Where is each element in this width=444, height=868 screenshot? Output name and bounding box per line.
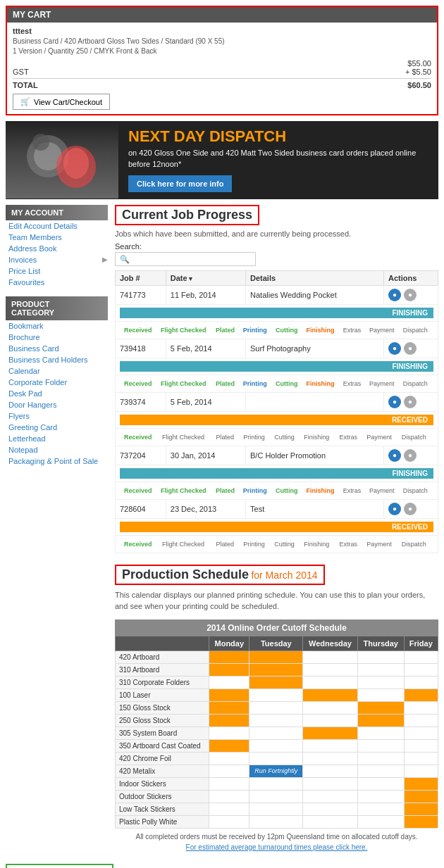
sidebar-item-letterhead[interactable]: Letterhead: [6, 433, 108, 444]
schedule-cell-empty: [357, 777, 404, 790]
schedule-cell-empty: [249, 752, 303, 765]
job-view-icon[interactable]: ●: [388, 503, 401, 515]
progress-item: Payment: [366, 326, 399, 334]
cart-gst-label: GST: [13, 68, 29, 76]
sidebar-item-business-card-holders[interactable]: Business Card Holders: [6, 354, 108, 365]
job-view-icon[interactable]: ●: [388, 342, 401, 355]
sidebar-item-calendar[interactable]: Calendar: [6, 365, 108, 377]
progress-item: Plated: [214, 433, 240, 441]
progress-item: Cutting: [273, 379, 302, 388]
progress-item: Printing: [240, 433, 270, 441]
schedule-cell-orange: [404, 790, 438, 803]
schedule-cell-orange: [209, 650, 249, 663]
progress-item: Finishing: [303, 379, 338, 388]
sidebar-item-favourites[interactable]: Favourites: [6, 277, 108, 288]
view-cart-button[interactable]: 🛒 View Cart/Checkout: [13, 94, 110, 110]
progress-item: Payment: [366, 379, 399, 388]
job-actions: ● ●: [383, 446, 438, 465]
schedule-note: All completed orders must be received by…: [115, 831, 438, 853]
progress-item: Printing: [240, 486, 271, 495]
schedule-row-label: 305 System Board: [116, 727, 209, 739]
sidebar-item-business-card[interactable]: Business Card: [6, 343, 108, 354]
job-id: 728604: [116, 499, 166, 518]
job-status-banner-row: FINISHING: [116, 304, 438, 321]
progress-item: Received: [121, 379, 156, 388]
cart-item-name: tttest: [13, 27, 431, 35]
schedule-cell-empty: [404, 727, 438, 739]
sidebar-item-bookmark[interactable]: Bookmark: [6, 320, 108, 332]
progress-item: Printing: [240, 379, 271, 388]
cart-total-row: TOTAL $60.50: [13, 78, 431, 89]
main-content: Current Job Progress Jobs which have bee…: [115, 205, 438, 853]
svg-point-4: [32, 134, 49, 151]
production-schedule-subtitle: for March 2014: [251, 570, 317, 581]
schedule-cell-empty: [404, 676, 438, 688]
sidebar-item-price-list[interactable]: Price List: [6, 265, 108, 277]
sidebar-item-desk-pad[interactable]: Desk Pad: [6, 388, 108, 399]
schedule-cell-empty: [357, 765, 404, 777]
job-more-icon[interactable]: ●: [404, 503, 417, 515]
job-progress-bar: ReceivedFlight CheckedPlatedPrintingCutt…: [116, 482, 438, 499]
schedule-cell-empty: [303, 803, 358, 815]
sidebar-item-invoices[interactable]: Invoices: [6, 254, 39, 265]
schedule-row: 100 Laser: [116, 688, 438, 701]
schedule-cell-empty: [249, 688, 303, 701]
schedule-cell-empty: [249, 777, 303, 790]
sidebar-item-corporate-folder[interactable]: Corporate Folder: [6, 377, 108, 388]
schedule-cell-empty: [303, 790, 358, 803]
job-more-icon[interactable]: ●: [404, 342, 417, 355]
schedule-cell-empty: [357, 790, 404, 803]
schedule-cell-orange: [404, 688, 438, 701]
job-actions: ● ●: [383, 339, 438, 358]
schedule-row: Plastic Polly White: [116, 815, 438, 828]
search-input[interactable]: [115, 252, 256, 266]
job-more-icon[interactable]: ●: [404, 396, 417, 408]
job-actions: ● ●: [383, 285, 438, 304]
sidebar: MY ACCOUNT Edit Account Details Team Mem…: [6, 205, 108, 853]
schedule-row: 310 Artboard: [116, 663, 438, 676]
job-date: 5 Feb, 2014: [166, 339, 245, 358]
progress-item: Dispatch: [400, 486, 432, 495]
schedule-cell-orange: [209, 739, 249, 752]
schedule-cell-empty: [404, 650, 438, 663]
job-more-icon[interactable]: ●: [404, 289, 417, 301]
schedule-row-label: 350 Artboard Cast Coated: [116, 739, 209, 752]
job-view-icon[interactable]: ●: [388, 449, 401, 462]
banner-text-area: NEXT DAY DISPATCH on 420 Gloss One Side …: [118, 121, 438, 199]
next-day-dispatch-banner: NEXT DAY DISPATCH on 420 Gloss One Side …: [6, 121, 438, 199]
progress-item: Dispatch: [399, 433, 432, 441]
job-date: 5 Feb, 2014: [166, 392, 245, 411]
schedule-cell-empty: [209, 752, 249, 765]
sidebar-item-address-book[interactable]: Address Book: [6, 243, 108, 254]
schedule-cell-empty: [404, 739, 438, 752]
progress-item: Flight Checked: [158, 326, 211, 334]
turnaround-link[interactable]: For estimated average turnaround times p…: [186, 843, 368, 851]
sidebar-item-team-members[interactable]: Team Members: [6, 232, 108, 243]
job-progress-title: Current Job Progress: [122, 208, 252, 222]
schedule-row-label: 420 Metalix: [116, 765, 209, 777]
schedule-row: 305 System Board: [116, 727, 438, 739]
banner-more-info-button[interactable]: Click here for more info: [128, 175, 232, 192]
sidebar-item-packaging[interactable]: Packaging & Point of Sale: [6, 455, 108, 467]
sidebar-item-flyers[interactable]: Flyers: [6, 410, 108, 422]
schedule-row-label: Outdoor Stickers: [116, 790, 209, 803]
job-view-icon[interactable]: ●: [388, 289, 401, 301]
schedule-cell-empty: [303, 676, 358, 688]
sidebar-item-brochure[interactable]: Brochure: [6, 332, 108, 343]
schedule-cell-empty: [357, 739, 404, 752]
job-status-banner: FINISHING: [116, 465, 438, 482]
schedule-cell-empty: [303, 777, 358, 790]
job-view-icon[interactable]: ●: [388, 396, 401, 408]
sidebar-item-notepad[interactable]: Notepad: [6, 444, 108, 455]
my-cart-section: MY CART tttest Business Card / 420 Artbo…: [0, 6, 444, 115]
sidebar-item-door-hangers[interactable]: Door Hangers: [6, 399, 108, 410]
sidebar-item-greeting-card[interactable]: Greeting Card: [6, 422, 108, 433]
progress-item: Finishing: [303, 326, 338, 334]
job-details: B/C Holder Promotion: [246, 446, 384, 465]
schedule-cell-empty: [249, 701, 303, 714]
schedule-cell-orange: [404, 777, 438, 790]
schedule-cell-run-fortnightly: Run Fortnightly: [249, 765, 303, 777]
job-more-icon[interactable]: ●: [404, 449, 417, 462]
schedule-col-monday: Monday: [209, 636, 249, 650]
sidebar-item-edit-account[interactable]: Edit Account Details: [6, 220, 108, 232]
